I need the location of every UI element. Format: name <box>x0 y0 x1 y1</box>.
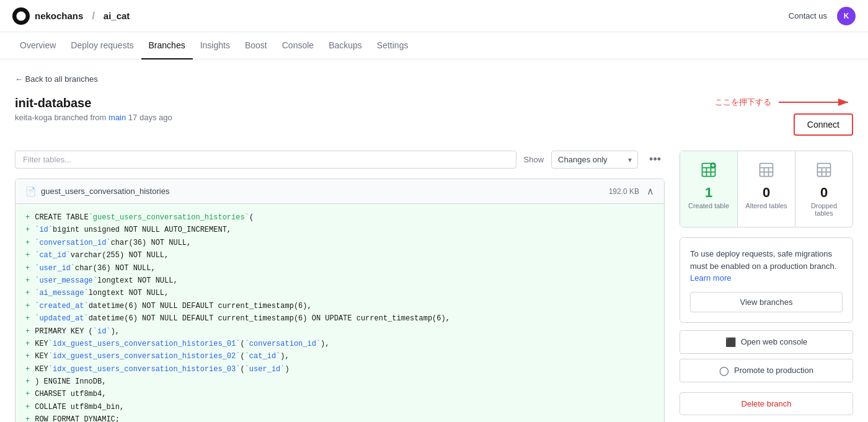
code-line: + PRIMARY KEY (`id`), <box>25 325 654 338</box>
table-size: 192.0 KB <box>609 187 639 196</box>
tab-branches[interactable]: Branches <box>141 32 193 59</box>
created-tables-count: 1 <box>688 185 730 201</box>
code-line: + CREATE TABLE `guest_users_conversation… <box>25 211 654 224</box>
main-content: ← Back to all branches init-database kei… <box>0 59 868 422</box>
branch-meta: keita-koga branched from main 17 days ag… <box>15 113 172 122</box>
collapse-icon[interactable]: ∧ <box>647 185 654 197</box>
show-select-wrapper: Changes only All tables ▾ <box>551 151 638 169</box>
table-name: guest_users_conversation_histories <box>41 187 169 196</box>
stat-altered-tables: 0 Altered tables <box>738 151 795 227</box>
altered-tables-label: Altered tables <box>745 202 787 209</box>
dropped-tables-label: Dropped tables <box>803 202 845 217</box>
more-options-button[interactable]: ••• <box>645 151 665 169</box>
left-panel: Show Changes only All tables ▾ ••• 📄 gue… <box>15 151 665 422</box>
annotation-text: ここを押下する <box>715 97 771 108</box>
stats-card: 1 Created table 0 Altered tab <box>680 151 853 227</box>
back-link[interactable]: ← Back to all branches <box>15 74 853 84</box>
sub-nav: Overview Deploy requests Branches Insigh… <box>0 32 868 59</box>
deploy-notice-text: To use deploy requests, safe migrations … <box>690 249 836 271</box>
promote-to-production-button[interactable]: ◯ Promote to production <box>680 359 853 382</box>
org-name[interactable]: nekochans <box>35 11 83 21</box>
learn-more-link[interactable]: Learn more <box>690 273 731 283</box>
created-tables-label: Created table <box>688 202 730 209</box>
svg-rect-11 <box>760 164 773 177</box>
dropped-table-icon <box>803 161 845 182</box>
code-line: + `cat_id` varchar(255) NOT NULL, <box>25 249 654 262</box>
code-line: + `ai_message` longtext NOT NULL, <box>25 287 654 299</box>
branch-header: init-database keita-koga branched from m… <box>15 96 853 136</box>
altered-table-icon <box>745 161 787 182</box>
top-nav-right: Contact us K <box>789 7 856 25</box>
code-line: + `updated_at` datetime(6) NOT NULL DEFA… <box>25 312 654 325</box>
breadcrumb-sep: / <box>92 11 94 22</box>
branch-info: init-database keita-koga branched from m… <box>15 96 172 122</box>
view-branches-button[interactable]: View branches <box>690 292 843 312</box>
code-line: + `conversation_id` char(36) NOT NULL, <box>25 237 654 249</box>
terminal-icon: ⬛ <box>725 337 736 347</box>
dropped-tables-count: 0 <box>803 185 845 201</box>
branch-user: keita-koga <box>15 113 52 122</box>
open-web-console-button[interactable]: ⬛ Open web console <box>680 330 853 354</box>
promote-icon: ◯ <box>719 366 729 376</box>
branch-title: init-database <box>15 96 172 110</box>
connect-area: ここを押下する Connect <box>715 96 853 136</box>
file-icon: 📄 <box>25 187 36 196</box>
code-line: + `user_message` longtext NOT NULL, <box>25 275 654 287</box>
branch-parent[interactable]: main <box>108 113 126 122</box>
code-line: + `created_at` datetime(6) NOT NULL DEFA… <box>25 300 654 312</box>
code-line: + COLLATE utf8mb4_bin, <box>25 401 654 413</box>
svg-rect-16 <box>818 164 831 177</box>
table-card-header-left: 📄 guest_users_conversation_histories <box>25 187 169 196</box>
code-line: + ROW_FORMAT DYNAMIC; <box>25 413 654 422</box>
code-line: + KEY `idx_guest_users_conversation_hist… <box>25 363 654 376</box>
tab-console[interactable]: Console <box>275 32 321 59</box>
tab-backups[interactable]: Backups <box>321 32 370 59</box>
right-panel: 1 Created table 0 Altered tab <box>680 151 853 422</box>
deploy-notice: To use deploy requests, safe migrations … <box>680 237 853 323</box>
code-line: + `id` bigint unsigned NOT NULL AUTO_INC… <box>25 224 654 236</box>
code-line: + `user_id` char(36) NOT NULL, <box>25 262 654 275</box>
brand-logo[interactable] <box>12 7 30 25</box>
tab-insights[interactable]: Insights <box>193 32 237 59</box>
avatar[interactable]: K <box>837 7 856 25</box>
code-line: + KEY `idx_guest_users_conversation_hist… <box>25 338 654 350</box>
code-line: + KEY `idx_guest_users_conversation_hist… <box>25 350 654 363</box>
tab-boost[interactable]: Boost <box>237 32 275 59</box>
top-nav: nekochans / ai_cat Contact us K <box>0 0 868 32</box>
stat-created-tables: 1 Created table <box>680 151 738 227</box>
brand: nekochans / ai_cat <box>12 7 130 25</box>
show-select[interactable]: Changes only All tables <box>551 151 638 169</box>
table-card-header-right: 192.0 KB ∧ <box>609 185 654 197</box>
filter-tables-input[interactable] <box>15 151 516 169</box>
altered-tables-count: 0 <box>745 185 787 201</box>
code-block: + CREATE TABLE `guest_users_conversation… <box>16 204 664 422</box>
project-name[interactable]: ai_cat <box>104 11 130 21</box>
content-layout: Show Changes only All tables ▾ ••• 📄 gue… <box>15 151 853 422</box>
tab-deploy-requests[interactable]: Deploy requests <box>63 32 141 59</box>
table-card-header: 📄 guest_users_conversation_histories 192… <box>16 179 664 204</box>
tab-settings[interactable]: Settings <box>370 32 416 59</box>
annotation-arrow <box>779 96 853 108</box>
code-line: + CHARSET utf8mb4, <box>25 388 654 400</box>
connect-button[interactable]: Connect <box>794 113 853 136</box>
branch-age: 17 days ago <box>128 113 172 122</box>
show-label: Show <box>524 155 544 164</box>
delete-branch-button[interactable]: Delete branch <box>680 392 853 415</box>
stat-dropped-tables: 0 Dropped tables <box>795 151 852 227</box>
contact-us-button[interactable]: Contact us <box>789 11 827 20</box>
code-line: + ) ENGINE InnoDB, <box>25 376 654 388</box>
filter-bar: Show Changes only All tables ▾ ••• <box>15 151 665 169</box>
tab-overview[interactable]: Overview <box>12 32 63 59</box>
created-table-icon <box>688 161 730 182</box>
table-card: 📄 guest_users_conversation_histories 192… <box>15 178 665 422</box>
